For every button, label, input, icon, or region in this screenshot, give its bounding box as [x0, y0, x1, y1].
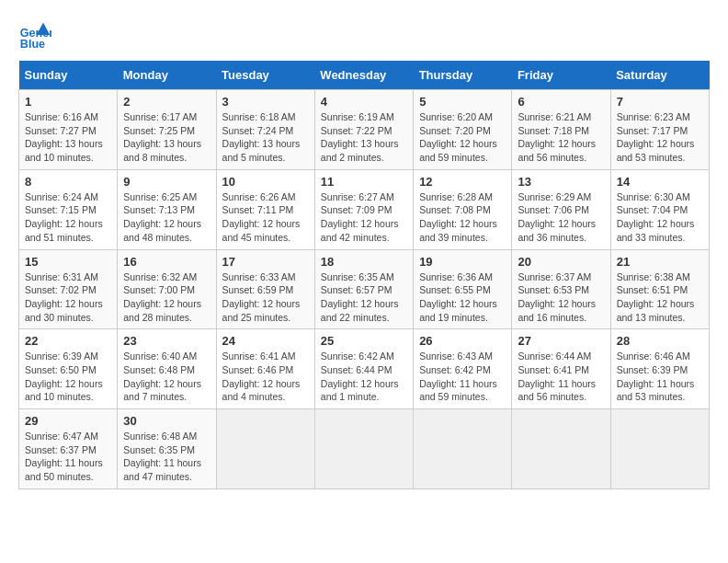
calendar-cell	[414, 409, 512, 489]
calendar-cell: 18 Sunrise: 6:35 AMSunset: 6:57 PMDaylig…	[314, 249, 413, 329]
calendar-cell	[512, 409, 610, 489]
week-row-5: 29 Sunrise: 6:47 AMSunset: 6:37 PMDaylig…	[19, 409, 710, 489]
col-header-thursday: Thursday	[414, 61, 512, 90]
day-detail: Sunrise: 6:35 AMSunset: 6:57 PMDaylight:…	[321, 271, 399, 323]
day-number: 16	[123, 255, 210, 269]
day-detail: Sunrise: 6:25 AMSunset: 7:13 PMDaylight:…	[123, 191, 201, 243]
day-detail: Sunrise: 6:32 AMSunset: 7:00 PMDaylight:…	[123, 271, 201, 323]
day-number: 9	[123, 175, 210, 189]
calendar-cell: 5 Sunrise: 6:20 AMSunset: 7:20 PMDayligh…	[414, 90, 512, 170]
calendar-cell: 24 Sunrise: 6:41 AMSunset: 6:46 PMDaylig…	[216, 329, 314, 409]
day-number: 24	[222, 334, 309, 348]
day-detail: Sunrise: 6:36 AMSunset: 6:55 PMDaylight:…	[419, 271, 497, 323]
day-number: 5	[419, 95, 506, 109]
day-number: 6	[518, 95, 604, 109]
calendar-cell: 17 Sunrise: 6:33 AMSunset: 6:59 PMDaylig…	[216, 249, 314, 329]
logo-icon: General Blue	[18, 18, 51, 52]
day-detail: Sunrise: 6:37 AMSunset: 6:53 PMDaylight:…	[518, 271, 596, 323]
calendar-cell: 30 Sunrise: 6:48 AMSunset: 6:35 PMDaylig…	[118, 409, 216, 489]
col-header-friday: Friday	[512, 61, 610, 90]
logo: General Blue	[18, 18, 51, 52]
calendar-cell: 16 Sunrise: 6:32 AMSunset: 7:00 PMDaylig…	[118, 249, 216, 329]
calendar-cell: 4 Sunrise: 6:19 AMSunset: 7:22 PMDayligh…	[314, 90, 413, 170]
calendar-cell: 10 Sunrise: 6:26 AMSunset: 7:11 PMDaylig…	[216, 169, 314, 249]
day-detail: Sunrise: 6:47 AMSunset: 6:37 PMDaylight:…	[25, 431, 103, 482]
col-header-sunday: Sunday	[19, 61, 118, 90]
day-detail: Sunrise: 6:18 AMSunset: 7:24 PMDaylight:…	[222, 111, 301, 163]
day-number: 1	[25, 95, 111, 109]
week-row-1: 1 Sunrise: 6:16 AMSunset: 7:27 PMDayligh…	[19, 90, 710, 170]
calendar-cell: 27 Sunrise: 6:44 AMSunset: 6:41 PMDaylig…	[512, 329, 610, 409]
day-number: 10	[222, 175, 309, 189]
day-number: 13	[518, 175, 604, 189]
day-detail: Sunrise: 6:24 AMSunset: 7:15 PMDaylight:…	[25, 191, 103, 243]
calendar-cell: 14 Sunrise: 6:30 AMSunset: 7:04 PMDaylig…	[610, 169, 709, 249]
page-header: General Blue	[18, 18, 710, 52]
day-number: 4	[321, 95, 407, 109]
day-number: 28	[617, 334, 703, 348]
week-row-3: 15 Sunrise: 6:31 AMSunset: 7:02 PMDaylig…	[19, 249, 710, 329]
calendar-cell: 28 Sunrise: 6:46 AMSunset: 6:39 PMDaylig…	[610, 329, 709, 409]
calendar-cell: 13 Sunrise: 6:29 AMSunset: 7:06 PMDaylig…	[512, 169, 610, 249]
calendar-cell: 26 Sunrise: 6:43 AMSunset: 6:42 PMDaylig…	[414, 329, 512, 409]
calendar-cell: 8 Sunrise: 6:24 AMSunset: 7:15 PMDayligh…	[19, 169, 118, 249]
day-number: 22	[25, 334, 111, 348]
day-detail: Sunrise: 6:38 AMSunset: 6:51 PMDaylight:…	[617, 271, 695, 323]
calendar-cell: 3 Sunrise: 6:18 AMSunset: 7:24 PMDayligh…	[216, 90, 314, 170]
day-number: 19	[419, 255, 506, 269]
calendar-cell: 25 Sunrise: 6:42 AMSunset: 6:44 PMDaylig…	[314, 329, 413, 409]
week-row-2: 8 Sunrise: 6:24 AMSunset: 7:15 PMDayligh…	[19, 169, 710, 249]
calendar-cell: 6 Sunrise: 6:21 AMSunset: 7:18 PMDayligh…	[512, 90, 610, 170]
day-detail: Sunrise: 6:31 AMSunset: 7:02 PMDaylight:…	[25, 271, 103, 323]
day-number: 8	[25, 175, 111, 189]
calendar-cell: 23 Sunrise: 6:40 AMSunset: 6:48 PMDaylig…	[118, 329, 216, 409]
day-detail: Sunrise: 6:46 AMSunset: 6:39 PMDaylight:…	[617, 350, 695, 402]
calendar-cell	[610, 409, 709, 489]
day-detail: Sunrise: 6:41 AMSunset: 6:46 PMDaylight:…	[222, 350, 301, 402]
day-detail: Sunrise: 6:27 AMSunset: 7:09 PMDaylight:…	[321, 191, 399, 243]
day-detail: Sunrise: 6:16 AMSunset: 7:27 PMDaylight:…	[25, 111, 103, 163]
day-detail: Sunrise: 6:42 AMSunset: 6:44 PMDaylight:…	[321, 350, 399, 402]
calendar-cell: 11 Sunrise: 6:27 AMSunset: 7:09 PMDaylig…	[314, 169, 413, 249]
day-detail: Sunrise: 6:21 AMSunset: 7:18 PMDaylight:…	[518, 111, 596, 163]
calendar-cell: 2 Sunrise: 6:17 AMSunset: 7:25 PMDayligh…	[118, 90, 216, 170]
day-number: 7	[617, 95, 703, 109]
day-number: 15	[25, 255, 111, 269]
col-header-tuesday: Tuesday	[216, 61, 314, 90]
calendar-cell: 20 Sunrise: 6:37 AMSunset: 6:53 PMDaylig…	[512, 249, 610, 329]
day-number: 25	[321, 334, 407, 348]
day-number: 12	[419, 175, 506, 189]
calendar-cell: 15 Sunrise: 6:31 AMSunset: 7:02 PMDaylig…	[19, 249, 118, 329]
calendar-cell: 22 Sunrise: 6:39 AMSunset: 6:50 PMDaylig…	[19, 329, 118, 409]
day-detail: Sunrise: 6:17 AMSunset: 7:25 PMDaylight:…	[123, 111, 201, 163]
day-detail: Sunrise: 6:39 AMSunset: 6:50 PMDaylight:…	[25, 350, 103, 402]
day-detail: Sunrise: 6:33 AMSunset: 6:59 PMDaylight:…	[222, 271, 301, 323]
day-detail: Sunrise: 6:48 AMSunset: 6:35 PMDaylight:…	[123, 431, 201, 482]
day-detail: Sunrise: 6:40 AMSunset: 6:48 PMDaylight:…	[123, 350, 201, 402]
day-number: 29	[25, 414, 111, 428]
calendar-cell: 29 Sunrise: 6:47 AMSunset: 6:37 PMDaylig…	[19, 409, 118, 489]
col-header-monday: Monday	[118, 61, 216, 90]
calendar-cell: 12 Sunrise: 6:28 AMSunset: 7:08 PMDaylig…	[414, 169, 512, 249]
day-number: 26	[419, 334, 506, 348]
calendar-cell	[216, 409, 314, 489]
calendar-cell	[314, 409, 413, 489]
day-detail: Sunrise: 6:30 AMSunset: 7:04 PMDaylight:…	[617, 191, 695, 243]
day-number: 14	[617, 175, 703, 189]
day-detail: Sunrise: 6:20 AMSunset: 7:20 PMDaylight:…	[419, 111, 497, 163]
day-number: 18	[321, 255, 407, 269]
day-number: 11	[321, 175, 407, 189]
day-detail: Sunrise: 6:19 AMSunset: 7:22 PMDaylight:…	[321, 111, 399, 163]
calendar-cell: 21 Sunrise: 6:38 AMSunset: 6:51 PMDaylig…	[610, 249, 709, 329]
week-row-4: 22 Sunrise: 6:39 AMSunset: 6:50 PMDaylig…	[19, 329, 710, 409]
day-number: 23	[123, 334, 210, 348]
day-number: 17	[222, 255, 309, 269]
day-number: 21	[617, 255, 703, 269]
day-detail: Sunrise: 6:29 AMSunset: 7:06 PMDaylight:…	[518, 191, 596, 243]
day-detail: Sunrise: 6:28 AMSunset: 7:08 PMDaylight:…	[419, 191, 497, 243]
col-header-wednesday: Wednesday	[314, 61, 413, 90]
day-number: 20	[518, 255, 604, 269]
day-number: 30	[123, 414, 210, 428]
calendar-cell: 9 Sunrise: 6:25 AMSunset: 7:13 PMDayligh…	[118, 169, 216, 249]
day-detail: Sunrise: 6:26 AMSunset: 7:11 PMDaylight:…	[222, 191, 301, 243]
